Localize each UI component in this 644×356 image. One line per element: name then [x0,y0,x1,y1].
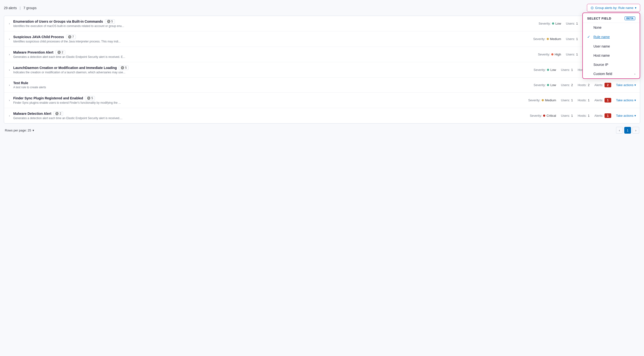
users-value: 1 [576,22,578,25]
alert-title: Malware Detection Alert 🔘 2 [13,111,528,116]
users-label: Users: [566,53,575,56]
tag-badge: 🔘 5 [85,96,95,100]
alert-meta: Severity: Low Users: 2 Hosts: 2 Alerts: … [534,83,636,87]
severity-meta: Severity: High [538,53,561,56]
take-actions-button[interactable]: Take actions ▾ [616,83,636,87]
alert-title: Enumeration of Users or Groups via Built… [13,19,536,24]
row-expand-button[interactable]: › [8,37,11,41]
beta-badge: BETA [624,17,635,20]
take-actions-button[interactable]: Take actions ▾ [616,114,636,117]
alert-title-text: LaunchDaemon Creation or Modification an… [13,66,117,70]
severity-meta: Severity: Medium [528,98,556,102]
take-actions-button[interactable]: Take actions ▾ [616,98,636,102]
alert-title-text: Test Rule [13,81,28,85]
dropdown-items-list: None ✓ Rule name User name Host name Sou… [583,23,640,78]
alert-info: Test Rule A test rule to create alerts [13,81,531,89]
hosts-meta: Hosts: 1 [578,114,590,117]
alert-title-text: Suspicious JAVA Child Process [13,35,64,39]
alert-title: LaunchDaemon Creation or Modification an… [13,66,531,70]
row-expand-button[interactable]: › [8,114,11,118]
users-label: Users: [566,37,575,41]
users-value: 1 [571,114,573,117]
row-expand-button[interactable]: › [8,22,11,26]
chevron-down-icon: ▾ [634,114,636,117]
chevron-down-icon: ▾ [634,98,636,102]
severity-meta: Severity: Medium [533,37,561,41]
group-by-label: Group alerts by: Rule name [595,6,634,10]
dropdown-item-label: User name [594,44,610,48]
row-expand-button[interactable]: › [8,68,11,72]
alert-info: LaunchDaemon Creation or Modification an… [13,66,531,74]
severity-value: Medium [545,98,556,102]
rows-per-page-label: Rows per page: 25 [5,129,31,132]
alert-count: 29 alerts | 7 groups [4,6,36,10]
severity-value: Critical [546,114,556,117]
dropdown-header: SELECT FIELD BETA [583,13,640,23]
alerts-label: Alerts: [594,83,603,87]
users-label: Users: [561,68,570,72]
users-meta: Users: 1 [566,53,578,56]
table-row: › Finder Sync Plugin Registered and Enab… [4,93,640,108]
severity-label: Severity: [533,37,546,41]
next-page-button[interactable]: › [632,127,639,134]
severity-dot [547,38,549,40]
alerts-label: Alerts: [594,98,603,102]
alerts-meta: Alerts: 2 [594,83,611,87]
dropdown-item-user_name[interactable]: User name [583,42,640,51]
hosts-meta: Hosts: 1 [578,98,590,102]
severity-label: Severity: [528,98,540,102]
table-row: › Malware Detection Alert 🔘 2 Generates … [4,108,640,123]
users-value: 1 [576,37,578,41]
dropdown-item-custom_field[interactable]: Custom field › [583,69,640,78]
tag-badge: 🔘 7 [66,35,76,39]
alerts-label: Alerts: [594,114,603,117]
users-value: 1 [571,68,573,72]
users-label: Users: [561,114,570,117]
users-meta: Users: 1 [566,22,578,25]
row-expand-button[interactable]: › [8,52,11,57]
users-label: Users: [561,98,570,102]
severity-value: Low [550,83,556,87]
alerts-count-badge: 1 [604,113,611,118]
alert-meta: Severity: Critical Users: 1 Hosts: 1 Ale… [530,113,636,118]
header-bar: 29 alerts | 7 groups ⊙ Group alerts by: … [4,4,640,12]
groups-count-label: 7 groups [23,6,36,10]
row-expand-button[interactable]: › [8,98,11,102]
hosts-label: Hosts: [578,83,587,87]
hosts-meta: Hosts: 2 [578,83,590,87]
users-value: 2 [571,83,573,87]
alert-description: Indicates the creation or modification o… [13,71,158,74]
tag-badge: 🔘 2 [56,50,65,55]
alert-info: Malware Detection Alert 🔘 2 Generates a … [13,111,528,120]
divider: | [20,6,21,10]
row-expand-button[interactable]: › [8,83,11,87]
dropdown-item-rule_name[interactable]: ✓ Rule name [583,32,640,42]
severity-dot [547,69,549,71]
pagination: ‹ 1 › [616,127,639,134]
page-1-button[interactable]: 1 [624,127,631,134]
alerts-count-badge: 2 [604,83,611,87]
severity-meta: Severity: Low [538,22,561,25]
group-by-button[interactable]: ⊙ Group alerts by: Rule name ▾ [587,4,640,12]
severity-value: High [555,53,561,56]
take-actions-label: Take actions [616,114,634,117]
dropdown-item-label: Custom field [594,72,612,76]
hosts-label: Hosts: [578,98,587,102]
dropdown-item-host_name[interactable]: Host name [583,51,640,60]
alert-description: Identifies the execution of macOS built-… [13,24,158,28]
users-label: Users: [561,83,570,87]
prev-page-button[interactable]: ‹ [616,127,623,134]
dropdown-item-source_ip[interactable]: Source IP [583,60,640,69]
rows-per-page[interactable]: Rows per page: 25 ▾ [5,129,34,132]
users-label: Users: [566,22,575,25]
severity-label: Severity: [534,83,546,87]
hosts-value: 1 [588,98,590,102]
dropdown-item-label: None [594,26,601,30]
chevron-down-icon: ▾ [634,83,636,87]
tag-badge: 🔘 2 [53,111,63,116]
alerts-count-label: 29 alerts [4,6,17,10]
severity-meta: Severity: Low [534,83,556,87]
submenu-arrow-icon: › [634,72,635,76]
table-row: › Suspicious JAVA Child Process 🔘 7 Iden… [4,31,640,47]
dropdown-item-none[interactable]: None [583,23,640,32]
